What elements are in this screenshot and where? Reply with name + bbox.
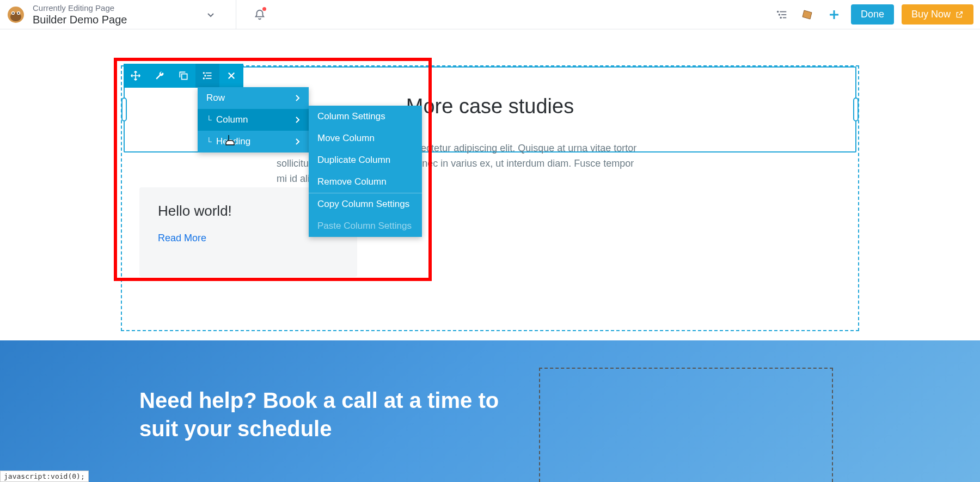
page-title-block[interactable]: Currently Editing Page Builder Demo Page xyxy=(33,3,127,26)
topbar: Currently Editing Page Builder Demo Page… xyxy=(0,0,980,29)
submenu-duplicate-column[interactable]: Duplicate Column xyxy=(309,149,422,171)
page-dropdown-caret[interactable] xyxy=(200,4,222,26)
cursor-icon xyxy=(224,134,235,149)
submenu-remove-column[interactable]: Remove Column xyxy=(309,171,422,193)
svg-point-10 xyxy=(779,14,780,15)
external-link-icon xyxy=(955,10,964,19)
svg-point-18 xyxy=(204,78,205,79)
placeholder-module[interactable] xyxy=(539,368,833,482)
divider xyxy=(236,0,236,29)
module-toolbar xyxy=(124,64,243,88)
chevron-right-icon xyxy=(296,95,300,101)
read-more-link[interactable]: Read More xyxy=(158,233,206,243)
cta-section: Need help? Book a call at a time to suit… xyxy=(0,340,980,482)
outline-panel-icon[interactable] xyxy=(773,5,791,24)
wrench-icon[interactable] xyxy=(148,64,171,88)
chevron-right-icon xyxy=(296,138,300,145)
builder-canvas[interactable]: More case studies Lorem ipsum dolor sit … xyxy=(0,29,980,482)
submenu-move-column[interactable]: Move Column xyxy=(309,127,422,149)
svg-point-11 xyxy=(780,17,781,18)
svg-point-17 xyxy=(205,75,206,76)
svg-point-16 xyxy=(204,72,205,74)
browser-statusbar: javascript:void(0); xyxy=(0,471,89,482)
structure-menu: Row └Column └Heading xyxy=(198,87,309,152)
svg-point-9 xyxy=(777,11,779,12)
submenu-column-settings[interactable]: Column Settings xyxy=(309,106,422,127)
submenu-paste-settings: Paste Column Settings xyxy=(309,215,422,237)
chip-icon[interactable] xyxy=(799,5,817,24)
cta-heading: Need help? Book a call at a time to suit… xyxy=(139,386,515,443)
menu-item-heading[interactable]: └Heading xyxy=(198,131,309,152)
page-title: Builder Demo Page xyxy=(33,13,127,26)
done-button[interactable]: Done xyxy=(851,4,894,25)
svg-point-4 xyxy=(13,12,14,14)
topbar-left: Currently Editing Page Builder Demo Page xyxy=(7,0,269,29)
close-icon[interactable] xyxy=(219,64,243,88)
logo-icon[interactable] xyxy=(7,5,25,24)
topbar-right: Done Buy Now xyxy=(773,4,973,25)
svg-rect-12 xyxy=(182,74,187,80)
column-submenu: Column Settings Move Column Duplicate Co… xyxy=(309,106,422,237)
add-icon[interactable] xyxy=(825,5,843,24)
buy-now-button[interactable]: Buy Now xyxy=(902,4,973,25)
move-icon[interactable] xyxy=(124,64,148,88)
buy-now-label: Buy Now xyxy=(911,9,951,20)
svg-point-5 xyxy=(18,12,20,14)
chevron-right-icon xyxy=(296,117,300,123)
editing-label: Currently Editing Page xyxy=(33,3,127,13)
submenu-copy-settings[interactable]: Copy Column Settings xyxy=(309,193,422,215)
outline-icon[interactable] xyxy=(195,64,219,88)
notification-bell-icon[interactable] xyxy=(250,5,269,24)
menu-item-column[interactable]: └Column xyxy=(198,109,309,131)
duplicate-icon[interactable] xyxy=(171,64,195,88)
menu-item-row[interactable]: Row xyxy=(198,87,309,109)
notification-dot xyxy=(262,7,266,11)
